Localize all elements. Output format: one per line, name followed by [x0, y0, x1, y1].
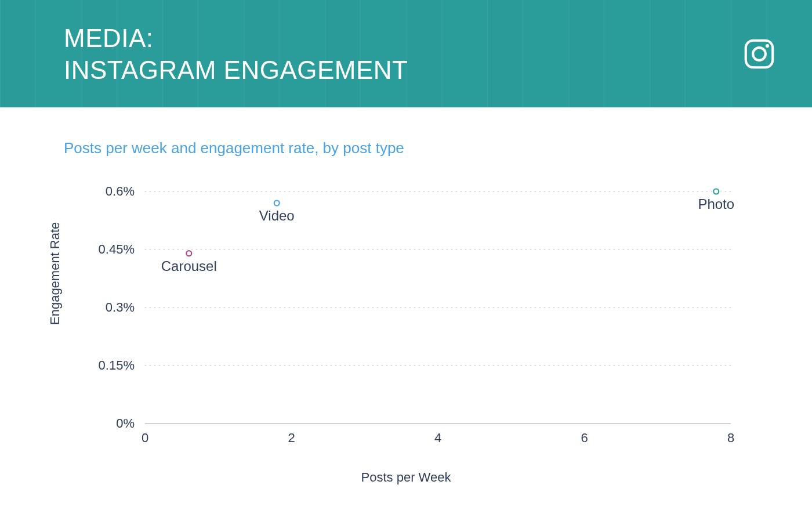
- x-tick-label: 4: [434, 431, 441, 445]
- data-point-label: Photo: [698, 196, 734, 212]
- x-tick-label: 2: [288, 431, 295, 445]
- y-tick-label: 0.6%: [106, 184, 135, 198]
- y-tick-label: 0.45%: [99, 242, 135, 256]
- x-tick-label: 6: [581, 431, 588, 445]
- title-line-1: MEDIA:: [64, 22, 408, 54]
- data-point: [274, 201, 280, 206]
- data-point-label: Carousel: [161, 258, 217, 274]
- page-title: MEDIA: INSTAGRAM ENGAGEMENT: [64, 22, 408, 86]
- x-tick-label: 0: [142, 431, 148, 445]
- chart-subtitle: Posts per week and engagement rate, by p…: [0, 107, 812, 157]
- title-line-2: INSTAGRAM ENGAGEMENT: [64, 54, 408, 86]
- x-tick-label: 8: [727, 431, 734, 445]
- data-point: [713, 189, 719, 194]
- y-axis-label: Engagement Rate: [48, 222, 63, 325]
- svg-rect-0: [746, 40, 773, 67]
- instagram-icon: [741, 36, 777, 72]
- svg-point-2: [766, 44, 769, 47]
- svg-point-1: [753, 48, 766, 60]
- scatter-chart: 0%0.15%0.3%0.45%0.6%02468CarouselVideoPh…: [64, 174, 748, 499]
- y-tick-label: 0.15%: [99, 358, 135, 372]
- y-tick-label: 0%: [116, 416, 135, 431]
- page-header: MEDIA: INSTAGRAM ENGAGEMENT: [0, 0, 812, 107]
- data-point-label: Video: [259, 208, 295, 223]
- data-point: [186, 251, 191, 256]
- x-axis-label: Posts per Week: [64, 470, 748, 485]
- y-tick-label: 0.3%: [106, 300, 135, 314]
